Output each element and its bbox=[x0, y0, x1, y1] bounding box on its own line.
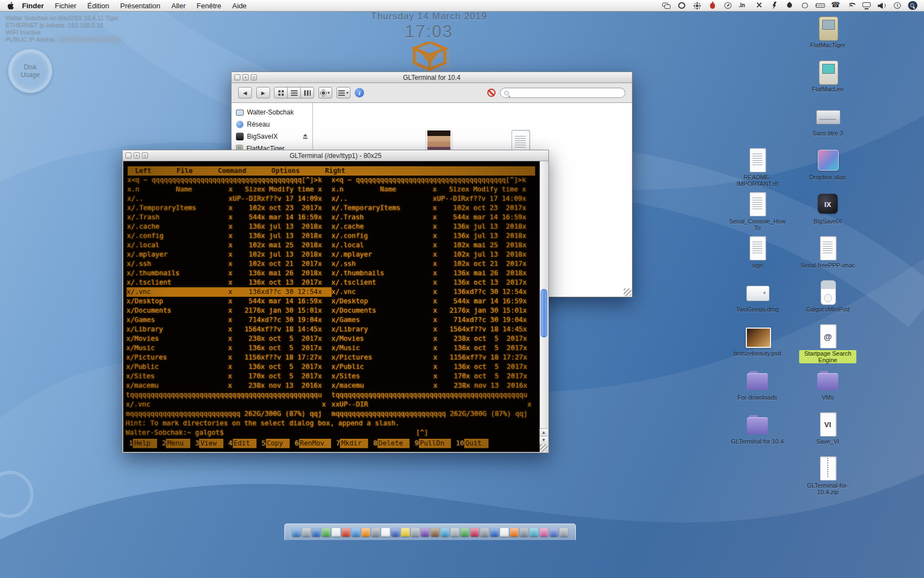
bug-icon[interactable] bbox=[708, 1, 717, 10]
dock-icon[interactable] bbox=[351, 528, 360, 537]
dock-icon[interactable] bbox=[500, 528, 509, 537]
sidebar-item[interactable]: Réseau bbox=[232, 118, 312, 130]
desktop-icon[interactable]: README-IMPORTANT.rtf bbox=[728, 148, 787, 192]
dock-icon[interactable] bbox=[391, 528, 400, 537]
dock-icon[interactable] bbox=[490, 528, 499, 537]
desktop-icon[interactable]: bronzebeauty.psd bbox=[728, 324, 787, 368]
desktop-icon[interactable]: FlatMacLeo bbox=[799, 59, 857, 103]
desktop-icon[interactable]: VMs bbox=[799, 368, 857, 412]
apple-menu-icon[interactable] bbox=[4, 2, 16, 10]
zoom-button[interactable] bbox=[251, 74, 257, 80]
dock-icon[interactable] bbox=[371, 528, 380, 537]
terminal-titlebar[interactable]: GLTerminal (/dev/ttyp1) - 80x25 bbox=[123, 150, 548, 161]
bolt-icon[interactable] bbox=[769, 1, 779, 10]
finder-titlebar[interactable]: GLTerminal for 10.4 bbox=[232, 72, 632, 83]
dock-icon[interactable] bbox=[460, 528, 469, 537]
desktop-icon[interactable]: sign bbox=[728, 236, 787, 280]
terminal-menu-item[interactable]: File bbox=[177, 166, 193, 176]
dashboard-gauge-icon[interactable] bbox=[723, 1, 733, 10]
menubar-menu-item[interactable]: Édition bbox=[82, 0, 115, 12]
desktop-icon[interactable]: Serial-freePPP-imac bbox=[799, 236, 857, 280]
volume-icon[interactable] bbox=[877, 1, 887, 10]
ring-icon[interactable] bbox=[800, 1, 810, 10]
spotlight-icon[interactable] bbox=[908, 1, 917, 10]
dock-icon[interactable] bbox=[312, 528, 321, 537]
ink-drop-icon[interactable] bbox=[785, 1, 794, 10]
info-button[interactable] bbox=[355, 88, 364, 97]
dock-icon[interactable] bbox=[381, 528, 390, 537]
action-menu-button[interactable] bbox=[318, 87, 332, 99]
desktop-icon[interactable]: Serial_Console_HowTo bbox=[728, 192, 787, 236]
displays-mirror-icon[interactable] bbox=[662, 1, 671, 10]
menubar-menu-item[interactable]: Fenêtre bbox=[191, 0, 227, 12]
resize-grip[interactable] bbox=[624, 288, 631, 296]
terminal-fkey-button[interactable]: 7Mkdir bbox=[336, 439, 369, 448]
sidebar-item[interactable]: BigSaveIX bbox=[232, 130, 312, 143]
dock-icon[interactable] bbox=[361, 528, 370, 537]
dock-icon[interactable] bbox=[520, 528, 529, 537]
terminal-fkey-button[interactable]: 10Quit bbox=[456, 439, 488, 448]
dock-icon[interactable] bbox=[510, 528, 519, 537]
dock-icon[interactable] bbox=[530, 528, 538, 537]
menubar-menu-item[interactable]: Aide bbox=[227, 0, 252, 12]
desktop-icon[interactable]: GLTerminal-for-10.4.zip bbox=[799, 456, 857, 500]
scroll-down-arrow[interactable] bbox=[540, 436, 548, 444]
terminal-fkey-button[interactable]: 2Menu bbox=[162, 439, 190, 448]
desktop-icon[interactable]: IX BigSaveIX bbox=[799, 192, 857, 236]
sync-ring-icon[interactable] bbox=[677, 1, 686, 10]
dock-icon[interactable] bbox=[302, 528, 311, 537]
back-button[interactable] bbox=[238, 87, 252, 99]
desktop-icon[interactable]: Sans titre 3 bbox=[799, 103, 857, 148]
desktop-icon[interactable]: @ Startpage Search Engine bbox=[799, 324, 857, 368]
desktop-icon[interactable]: Galgot'sMiniPod bbox=[799, 280, 857, 324]
forward-button[interactable] bbox=[256, 87, 270, 99]
wifi-icon[interactable] bbox=[846, 1, 856, 10]
desktop-icon[interactable]: GLTerminal for 10.4 bbox=[728, 412, 787, 456]
terminal-fkey-button[interactable]: 1Help bbox=[129, 439, 157, 448]
search-input[interactable] bbox=[512, 90, 621, 96]
menubar-menu-item[interactable]: Aller bbox=[166, 0, 191, 12]
scroll-up-arrow[interactable] bbox=[540, 428, 548, 436]
dock-icon[interactable] bbox=[470, 528, 479, 537]
script-flower-icon[interactable] bbox=[692, 1, 702, 10]
sidebar-item[interactable]: Walter-Sobchak bbox=[232, 106, 312, 118]
x-cross-icon[interactable] bbox=[754, 1, 763, 10]
dock-icon[interactable] bbox=[411, 528, 420, 537]
terminal-menu-item[interactable]: Right bbox=[325, 166, 345, 176]
close-button[interactable] bbox=[125, 152, 131, 159]
menubar-menu-item[interactable]: Fichier bbox=[50, 0, 82, 12]
zoom-button[interactable] bbox=[142, 152, 148, 159]
terminal-fkey-button[interactable]: 4Edit bbox=[228, 439, 256, 448]
desktop-icon[interactable]: TwoGeega.dmg bbox=[728, 280, 787, 324]
terminal-menu-item[interactable]: Left bbox=[135, 166, 151, 176]
terminal-fkey-button[interactable]: 3View bbox=[195, 439, 223, 448]
list-view-button[interactable] bbox=[287, 87, 301, 99]
column-view-button[interactable] bbox=[300, 87, 314, 99]
terminal-fkey-button[interactable]: 5Copy bbox=[262, 439, 290, 448]
minimize-button[interactable] bbox=[134, 152, 140, 159]
display-icon[interactable] bbox=[862, 1, 871, 10]
clock-icon[interactable] bbox=[893, 1, 902, 10]
terminal-menu-item[interactable]: Command bbox=[218, 166, 246, 176]
dock-icon[interactable] bbox=[322, 528, 331, 537]
desktop-icon[interactable]: VI Save_VI bbox=[799, 412, 857, 456]
scrollbar-thumb[interactable] bbox=[541, 289, 547, 337]
resize-grip[interactable] bbox=[540, 444, 548, 452]
search-field[interactable] bbox=[500, 88, 625, 98]
eject-icon[interactable] bbox=[302, 134, 308, 139]
dock-icon[interactable] bbox=[292, 528, 301, 537]
dock-icon[interactable] bbox=[450, 528, 459, 537]
terminal-screen[interactable]: LeftFileCommandOptionsRight x<q ~ qqqqqq… bbox=[123, 161, 540, 452]
desktop-icon[interactable]: Dropbox alias bbox=[799, 148, 857, 192]
dot-in-icon[interactable] bbox=[739, 1, 748, 10]
keyboard-icon[interactable] bbox=[816, 1, 825, 10]
dock-icon[interactable] bbox=[549, 528, 558, 537]
icon-view-button[interactable] bbox=[274, 87, 288, 99]
terminal-fkey-button[interactable]: 6RenMov bbox=[295, 439, 331, 448]
arrange-menu-button[interactable] bbox=[337, 87, 350, 99]
dock-icon[interactable] bbox=[540, 528, 548, 537]
menubar-menu-item[interactable]: Finder bbox=[16, 0, 50, 12]
dock-icon[interactable] bbox=[559, 528, 568, 537]
desktop-icon[interactable]: For downloads bbox=[728, 368, 787, 412]
dock-icon[interactable] bbox=[441, 528, 449, 537]
